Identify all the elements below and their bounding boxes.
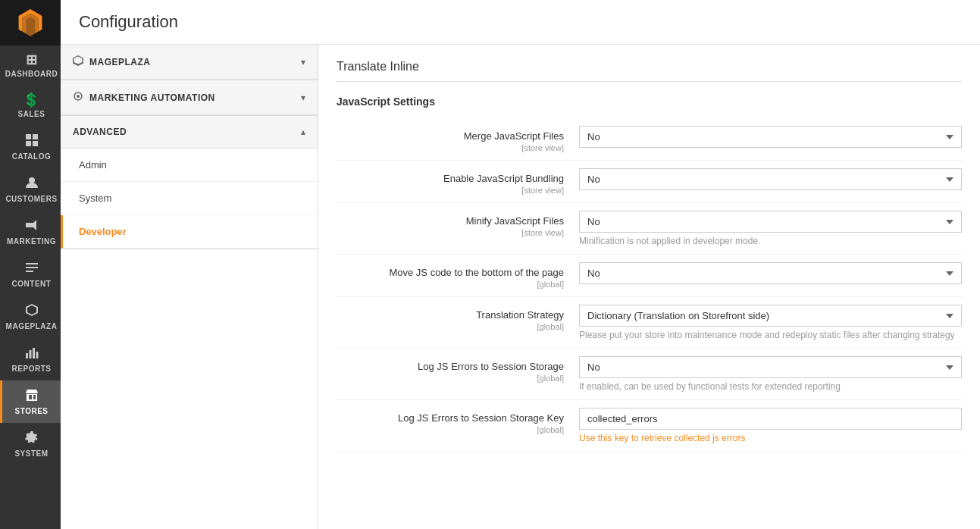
svg-rect-5	[26, 263, 38, 264]
magento-logo-icon	[17, 9, 44, 36]
sidebar-item-label: CATALOG	[12, 152, 51, 161]
sidebar-item-mageplaza[interactable]: MAGEPLAZA	[0, 296, 61, 338]
config-label-log-js-errors-key-scope: [global]	[337, 425, 564, 434]
log-js-errors-select[interactable]: NoYes	[579, 356, 962, 378]
right-panel: Translate Inline JavaScript Settings Mer…	[318, 45, 980, 529]
config-label-merge-js: Merge JavaScript Files [store view]	[337, 126, 579, 152]
sidebar-item-reports[interactable]: REPORTS	[0, 338, 61, 380]
svg-rect-3	[33, 141, 38, 146]
system-icon	[25, 430, 39, 446]
translation-strategy-select[interactable]: Dictionary (Translation on Storefront si…	[579, 305, 962, 327]
config-label-translation-strategy-scope: [global]	[337, 322, 564, 331]
config-label-log-js-errors-scope: [global]	[337, 374, 564, 383]
config-row-translation-strategy: Translation Strategy [global] Dictionary…	[337, 297, 962, 349]
config-label-log-js-errors: Log JS Errors to Session Storage [global…	[337, 356, 579, 383]
svg-rect-7	[26, 271, 33, 272]
panel-item-admin[interactable]: Admin	[61, 149, 318, 182]
sidebar-item-label: CUSTOMERS	[5, 195, 57, 203]
mageplaza-chevron-icon: ▾	[301, 57, 305, 67]
sidebar-item-catalog[interactable]: CATALOG	[0, 126, 61, 168]
marketing-automation-chevron-icon: ▾	[301, 92, 305, 103]
config-subsection-title: JavaScript Settings	[337, 82, 962, 118]
log-js-errors-key-hint: Use this key to retrieve collected js er…	[579, 433, 962, 443]
config-label-enable-js-bundling-scope: [store view]	[337, 186, 564, 195]
minify-js-select[interactable]: NoYes	[579, 211, 962, 233]
svg-rect-6	[26, 267, 38, 268]
svg-rect-0	[26, 134, 31, 139]
content-icon	[25, 261, 39, 277]
sidebar: ⊞ DASHBOARD 💲 SALES CATALOG CUSTOMERS MA…	[0, 0, 61, 529]
sidebar-item-label: SALES	[18, 110, 45, 118]
config-row-merge-js: Merge JavaScript Files [store view] NoYe…	[337, 118, 962, 161]
config-control-move-js: NoYes	[579, 262, 962, 284]
panel-section-advanced-title: ADVANCED	[73, 127, 301, 137]
sidebar-item-sales[interactable]: 💲 SALES	[0, 86, 61, 126]
sidebar-item-dashboard[interactable]: ⊞ DASHBOARD	[0, 45, 61, 86]
panel-section-marketing-automation-header[interactable]: MARKETING AUTOMATION ▾	[61, 80, 318, 115]
panel-section-mageplaza-title: MAGEPLAZA	[89, 57, 301, 67]
sidebar-item-customers[interactable]: CUSTOMERS	[0, 168, 61, 211]
config-label-enable-js-bundling: Enable JavaScript Bundling [store view]	[337, 168, 579, 195]
config-label-log-js-errors-key: Log JS Errors to Session Storage Key [gl…	[337, 408, 579, 434]
sidebar-item-label: DASHBOARD	[5, 70, 58, 78]
content-area: MAGEPLAZA ▾ MARKETING AUTOMATION ▾ ADVAN…	[61, 45, 980, 529]
panel-section-mageplaza-header[interactable]: MAGEPLAZA ▾	[61, 45, 318, 80]
config-label-merge-js-scope: [store view]	[337, 143, 564, 152]
svg-rect-1	[33, 134, 38, 139]
page-title: Configuration	[79, 12, 962, 32]
svg-point-13	[77, 95, 80, 98]
mageplaza-section-icon	[73, 55, 83, 68]
config-label-log-js-errors-key-main: Log JS Errors to Session Storage Key	[337, 412, 564, 424]
config-label-translation-strategy-main: Translation Strategy	[337, 309, 564, 321]
merge-js-select[interactable]: NoYes	[579, 126, 962, 148]
config-control-enable-js-bundling: NoYes	[579, 168, 962, 190]
config-label-move-js: Move JS code to the bottom of the page […	[337, 262, 579, 289]
config-row-log-js-errors-key: Log JS Errors to Session Storage Key [gl…	[337, 400, 962, 452]
advanced-panel-items: Admin System Developer	[61, 149, 318, 249]
log-js-errors-hint: If enabled, can be used by functional te…	[579, 381, 962, 392]
reports-icon	[25, 346, 39, 362]
config-control-minify-js: NoYes Minification is not applied in dev…	[579, 211, 962, 246]
config-control-translation-strategy: Dictionary (Translation on Storefront si…	[579, 305, 962, 340]
config-label-move-js-main: Move JS code to the bottom of the page	[337, 267, 564, 278]
customers-icon	[25, 176, 39, 192]
dashboard-icon: ⊞	[26, 53, 38, 67]
svg-rect-10	[33, 348, 35, 358]
config-label-merge-js-main: Merge JavaScript Files	[337, 130, 564, 142]
config-label-log-js-errors-main: Log JS Errors to Session Storage	[337, 361, 564, 372]
sidebar-item-stores[interactable]: STORES	[0, 380, 61, 423]
config-label-minify-js-main: Minify JavaScript Files	[337, 215, 564, 227]
stores-icon	[25, 388, 39, 404]
config-label-minify-js: Minify JavaScript Files [store view]	[337, 211, 579, 237]
panel-section-advanced-header[interactable]: ADVANCED ▴	[61, 116, 318, 149]
sidebar-item-label: SYSTEM	[14, 449, 48, 458]
config-label-minify-js-scope: [store view]	[337, 228, 564, 237]
svg-rect-2	[26, 141, 31, 146]
advanced-chevron-icon: ▴	[301, 127, 305, 137]
catalog-icon	[25, 133, 39, 149]
config-section-title: Translate Inline	[337, 45, 962, 82]
minify-js-hint: Minification is not applied in developer…	[579, 236, 962, 246]
move-js-select[interactable]: NoYes	[579, 262, 962, 284]
panel-section-marketing-automation-title: MARKETING AUTOMATION	[89, 92, 301, 103]
svg-point-4	[29, 177, 35, 183]
sidebar-item-content[interactable]: CONTENT	[0, 253, 61, 296]
log-js-errors-key-input[interactable]	[579, 408, 962, 430]
page-header: Configuration	[61, 0, 980, 45]
panel-item-system[interactable]: System	[61, 182, 318, 215]
enable-js-bundling-select[interactable]: NoYes	[579, 168, 962, 190]
config-row-enable-js-bundling: Enable JavaScript Bundling [store view] …	[337, 161, 962, 203]
sidebar-item-label: STORES	[15, 407, 49, 415]
sidebar-item-marketing[interactable]: MARKETING	[0, 211, 61, 253]
panel-section-marketing-automation: MARKETING AUTOMATION ▾	[61, 80, 318, 116]
sidebar-item-system[interactable]: SYSTEM	[0, 423, 61, 465]
panel-section-advanced: ADVANCED ▴ Admin System Developer	[61, 116, 318, 249]
config-label-translation-strategy: Translation Strategy [global]	[337, 305, 579, 331]
sales-icon: 💲	[23, 93, 40, 107]
main-wrapper: Configuration MAGEPLAZA ▾	[61, 0, 980, 529]
panel-item-developer[interactable]: Developer	[61, 215, 318, 249]
config-control-merge-js: NoYes	[579, 126, 962, 148]
mageplaza-icon	[25, 303, 39, 319]
config-row-move-js: Move JS code to the bottom of the page […	[337, 255, 962, 297]
config-row-minify-js: Minify JavaScript Files [store view] NoY…	[337, 203, 962, 255]
